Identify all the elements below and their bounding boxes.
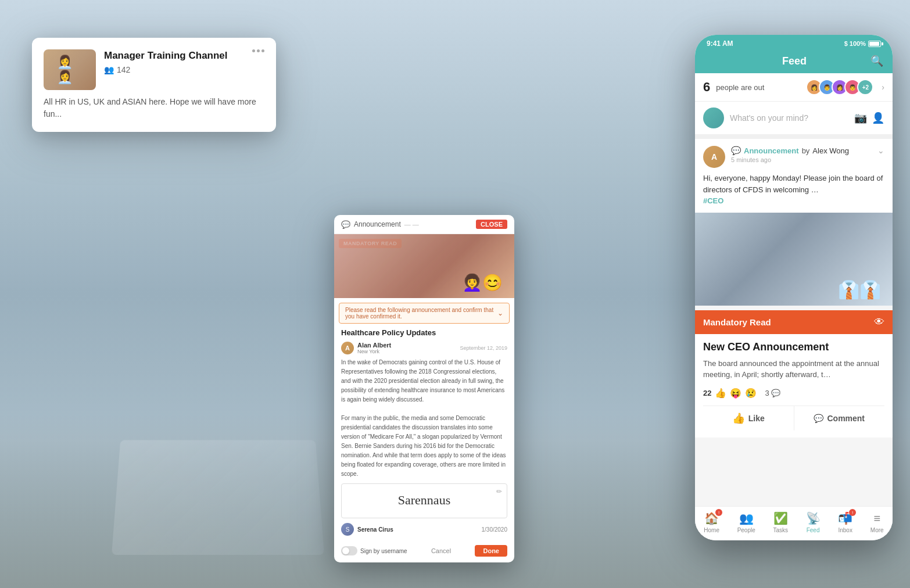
search-icon[interactable]: 🔍 xyxy=(870,55,883,67)
person-icon[interactable]: 👤 xyxy=(872,112,884,124)
home-icon: 🏠 ! xyxy=(704,511,719,525)
status-placeholder[interactable]: What's on your mind? xyxy=(730,113,848,123)
nav-inbox-label: Inbox xyxy=(838,527,852,533)
bottom-nav: 🏠 ! Home 👥 People ✅ Tasks 📡 Feed 📬 ! Inb… xyxy=(695,506,893,540)
channel-description: All HR in US, UK and ASIAN here. Hope we… xyxy=(44,96,264,120)
status-bar: 9:41 AM $ 100% xyxy=(695,35,893,50)
confirm-chevron-icon: ⌄ xyxy=(497,309,503,317)
people-out-text: people are out xyxy=(716,83,800,92)
post-author-avatar: A xyxy=(703,146,725,168)
signature-box[interactable]: ✏ Sarennaus xyxy=(341,483,507,518)
mandatory-read-label: Mandatory Read xyxy=(703,317,771,327)
nav-more[interactable]: ≡ More xyxy=(870,512,884,533)
feed-icon: 📡 xyxy=(806,511,821,525)
comment-bubble-icon: 💬 xyxy=(771,389,780,397)
done-button[interactable]: Done xyxy=(475,545,507,557)
post-body: Hi, everyone, happy Monday! Please join … xyxy=(695,173,893,213)
post-meta: 💬 Announcement by Alex Wong 5 minutes ag… xyxy=(731,146,872,163)
nav-tasks[interactable]: ✅ Tasks xyxy=(773,511,788,533)
like-label: Like xyxy=(748,414,765,423)
mandatory-read-desc: The board announced the appointment at t… xyxy=(703,358,884,381)
announcement-footer: Sign by username Cancel Done xyxy=(334,545,514,562)
channel-title: Manager Training Channel xyxy=(104,49,228,62)
reactions-row: 22 👍 😝 😢 3 💬 xyxy=(703,388,884,399)
mandatory-read-header: Mandatory Read 👁 xyxy=(695,310,893,334)
post-title: Healthcare Policy Updates xyxy=(341,328,507,337)
comment-label: Comment xyxy=(827,414,865,423)
battery-icon xyxy=(868,41,881,47)
signer-avatar: S xyxy=(341,523,354,536)
channel-more-dots[interactable] xyxy=(252,49,264,52)
nav-home[interactable]: 🏠 ! Home xyxy=(704,511,719,533)
nav-tasks-label: Tasks xyxy=(773,527,788,533)
signer-name: Serena Cirus xyxy=(357,526,393,533)
post-body-text: In the wake of Democrats gaining control… xyxy=(341,358,507,479)
user-avatar xyxy=(703,107,724,128)
announcement-header-label: Announcement xyxy=(354,220,401,228)
phone-content: 6 people are out 👩 👨 👩 👨 +2 › What's on … xyxy=(695,73,893,506)
comment-icon: 💬 xyxy=(814,414,823,423)
nav-people-label: People xyxy=(737,527,755,533)
announcement-type-icon: 💬 xyxy=(731,146,741,155)
reaction-sad: 😢 xyxy=(745,388,757,399)
nav-more-label: More xyxy=(870,527,884,533)
comment-count-row: 3 💬 xyxy=(765,389,780,397)
people-out-row[interactable]: 6 people are out 👩 👨 👩 👨 +2 › xyxy=(695,73,893,102)
people-more-badge: +2 xyxy=(857,79,873,95)
comment-button[interactable]: 💬 Comment xyxy=(794,406,885,431)
edit-icon: ✏ xyxy=(496,487,502,496)
post-date: September 12, 2019 xyxy=(460,345,507,351)
inbox-badge: ! xyxy=(849,509,856,516)
nav-home-label: Home xyxy=(704,527,719,533)
reaction-laugh: 😝 xyxy=(730,388,741,399)
channel-card: Manager Training Channel 👥 142 All HR in… xyxy=(32,38,276,132)
people-icon: 👥 xyxy=(739,511,754,525)
post-image: 👔👔 xyxy=(695,213,893,306)
status-icons: 📷 👤 xyxy=(854,112,884,124)
members-icon: 👥 xyxy=(104,65,114,74)
like-button[interactable]: 👍 Like xyxy=(703,406,794,431)
home-badge: ! xyxy=(715,509,722,516)
post-by: by xyxy=(802,146,810,155)
people-avatars: 👩 👨 👩 👨 +2 xyxy=(806,79,873,95)
battery-percent: $ 100% xyxy=(844,40,866,47)
signature-text: Sarennaus xyxy=(347,493,501,508)
modal-dots: — — xyxy=(404,221,419,228)
feed-post-announcement: A 💬 Announcement by Alex Wong 5 minutes … xyxy=(695,139,893,306)
toggle-label: Sign by username xyxy=(360,548,407,554)
phone-frame: 9:41 AM $ 100% Feed 🔍 6 people are out 👩… xyxy=(695,35,893,540)
nav-feed[interactable]: 📡 Feed xyxy=(806,511,821,533)
members-count: 142 xyxy=(117,65,130,74)
tasks-icon: ✅ xyxy=(773,511,788,525)
announcement-modal-header: 💬 Announcement — — CLOSE xyxy=(334,215,514,234)
inbox-icon: 📬 ! xyxy=(838,511,852,525)
cancel-button[interactable]: Cancel xyxy=(431,547,451,554)
phone-nav-bar: Feed 🔍 xyxy=(695,50,893,73)
nav-people[interactable]: 👥 People xyxy=(737,511,755,533)
nav-inbox[interactable]: 📬 ! Inbox xyxy=(838,511,852,533)
camera-icon[interactable]: 📷 xyxy=(854,112,867,124)
confirm-bar: Please read the following announcement a… xyxy=(339,303,510,324)
announcement-modal: 💬 Announcement — — CLOSE MANDATORY READ … xyxy=(334,215,514,562)
close-button[interactable]: CLOSE xyxy=(476,220,507,229)
post-hashtag[interactable]: #CEO xyxy=(703,196,723,205)
status-input-row: What's on your mind? 📷 👤 xyxy=(695,102,893,139)
author-location: New York xyxy=(357,349,391,354)
mandatory-actions: 👍 Like 💬 Comment xyxy=(703,406,884,431)
status-time: 9:41 AM xyxy=(707,40,733,48)
channel-thumbnail xyxy=(44,49,96,90)
announcement-body: Healthcare Policy Updates A Alan Albert … xyxy=(334,328,514,545)
post-chevron-icon[interactable]: ⌄ xyxy=(877,146,884,155)
nav-title: Feed xyxy=(782,55,807,67)
reaction-thumbs-up: 👍 xyxy=(715,388,726,399)
announcement-type-label: Announcement xyxy=(744,146,799,155)
like-icon: 👍 xyxy=(732,412,745,425)
confirm-text: Please read the following announcement a… xyxy=(345,307,497,320)
sign-by-username-toggle[interactable]: Sign by username xyxy=(341,546,407,555)
signer-date: 1/30/2020 xyxy=(482,526,508,533)
post-time: 5 minutes ago xyxy=(731,156,872,163)
post-text: Hi, everyone, happy Monday! Please join … xyxy=(703,174,883,194)
nav-feed-label: Feed xyxy=(807,527,820,533)
announcement-image: MANDATORY READ 👩‍🦱😊 xyxy=(334,234,514,298)
author-name: Alan Albert xyxy=(357,342,391,349)
